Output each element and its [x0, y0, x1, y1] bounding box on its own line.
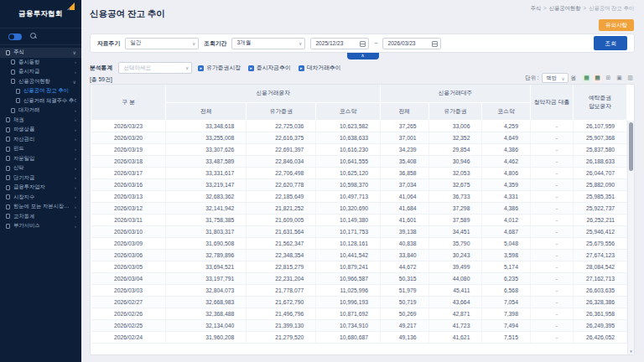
search-icon[interactable]: [30, 33, 38, 40]
table-row: 2026/03/0433,197,79122,231,20410,966,587…: [91, 272, 627, 284]
row-date-cell: 2026/02/25: [91, 319, 166, 331]
sidebar-menu: 주식∨증시동향›증시자금›신용공여현황∨신용공여 잔고 추이신용거래 체결주수 …: [0, 45, 81, 231]
row-value-cell: 30,243: [428, 249, 482, 261]
table-row: 2026/03/1633,219,14722,620,77810,598,370…: [91, 178, 627, 190]
row-value-cell: 21,496,796: [247, 308, 316, 319]
breadcrumb-item[interactable]: 주식: [530, 5, 541, 13]
sidebar-toggle[interactable]: [8, 34, 22, 40]
row-value-cell: 10,149,380: [316, 214, 381, 225]
sidebar-item[interactable]: 신용공여 잔고 추이: [0, 86, 81, 96]
row-value-cell: 36,858: [381, 167, 429, 178]
row-value-cell: 5,174: [482, 261, 531, 272]
row-value-cell: 25,837,580: [574, 143, 627, 155]
row-value-cell: 32,789,896: [166, 249, 247, 261]
row-value-cell: 31,758,385: [166, 214, 247, 225]
row-value-cell: 49,136: [381, 331, 429, 343]
sidebar-item-label: 자문일임: [13, 155, 34, 163]
sidebar-item[interactable]: 자문일임›: [0, 154, 81, 164]
column-view-icon[interactable]: ▥: [626, 74, 635, 83]
period-select[interactable]: 일간: [125, 38, 199, 49]
range-select[interactable]: 3개월: [231, 38, 305, 49]
logo[interactable]: 금융투자협회: [0, 0, 81, 28]
document-icon: [6, 214, 10, 219]
row-value-cell: -: [530, 249, 573, 261]
table-row: 2026/03/0632,789,89622,348,35410,441,542…: [91, 249, 627, 261]
sidebar-item-label: 교차통계: [13, 213, 34, 220]
calendar-icon[interactable]: [360, 41, 366, 47]
row-value-cell: -: [530, 308, 573, 319]
row-value-cell: -: [530, 178, 573, 190]
chevron-right-icon: ›: [75, 166, 76, 171]
row-date-cell: 2026/03/12: [91, 202, 166, 214]
row-value-cell: 32,352: [428, 132, 482, 143]
date-to-input[interactable]: 2026/03/23: [382, 38, 441, 49]
quick-link[interactable]: ▸대차거래추이: [299, 64, 341, 72]
row-value-cell: 5,048: [482, 237, 531, 249]
page-title: 신용공여 잔고 추이: [90, 8, 165, 20]
logo-arrow-icon: [67, 3, 75, 10]
sidebar-item[interactable]: 주식∨: [0, 48, 81, 58]
date-range-separator: ~: [374, 40, 377, 46]
row-value-cell: -: [530, 120, 573, 132]
row-value-cell: 10,598,370: [316, 178, 381, 190]
notice-button[interactable]: 유의사항: [599, 19, 634, 31]
row-value-cell: 37,001: [381, 132, 429, 143]
scrollbar-thumb[interactable]: [629, 122, 633, 171]
sidebar-item[interactable]: 한눈에 보는 자본시장…›: [0, 202, 81, 212]
excel-save-icon[interactable]: ▦: [593, 74, 602, 83]
shortcut-icon: ▸: [248, 65, 254, 71]
sidebar-item[interactable]: 자산관리›: [0, 135, 81, 145]
sidebar-item[interactable]: 신용거래 체결주수 추이: [0, 96, 81, 106]
sidebar-item[interactable]: 파생상품›: [0, 125, 81, 135]
sidebar-item[interactable]: 대차거래›: [0, 106, 81, 116]
sidebar-item[interactable]: 금융투자업자›: [0, 183, 81, 193]
sidebar-item[interactable]: 시장지수›: [0, 193, 81, 203]
row-value-cell: 4,687: [482, 225, 531, 237]
row-value-cell: 10,497,713: [316, 190, 381, 202]
row-value-cell: 26,107,959: [574, 120, 627, 132]
row-date-cell: 2026/02/24: [91, 331, 166, 343]
sidebar-item[interactable]: 신탁›: [0, 163, 81, 173]
row-value-cell: 43,664: [428, 296, 482, 308]
row-value-cell: 33,219,147: [166, 178, 247, 190]
sidebar-item[interactable]: 교차통계›: [0, 212, 81, 222]
search-button[interactable]: 조회: [594, 36, 627, 50]
sidebar-item[interactable]: 증시동향›: [0, 58, 81, 68]
breadcrumb-item[interactable]: 신용공여현황: [549, 5, 581, 13]
row-value-cell: 7,398: [482, 308, 531, 319]
breadcrumb-item[interactable]: 신용공여 잔고 추이: [589, 5, 634, 13]
sidebar-item[interactable]: 부가서비스›: [0, 221, 81, 231]
row-date-cell: 2026/03/17: [91, 167, 166, 178]
row-value-cell: 10,966,587: [316, 272, 381, 284]
row-value-cell: 44,080: [428, 272, 482, 284]
sidebar-item-label: 채권: [13, 116, 24, 124]
sidebar-item[interactable]: 단기자금›: [0, 173, 81, 184]
quick-link[interactable]: ▸증시자금추이: [248, 64, 291, 72]
quick-link[interactable]: ▸유가증권시장: [198, 64, 241, 72]
sidebar-item[interactable]: 증시자금›: [0, 67, 81, 77]
row-value-cell: 3,598: [482, 249, 531, 261]
calendar-icon[interactable]: [432, 41, 438, 47]
shortcut-icon: ▸: [198, 65, 204, 71]
document-icon: [6, 224, 10, 229]
excel-download-icon[interactable]: ▦: [582, 74, 591, 83]
report-view-icon[interactable]: ▣: [615, 74, 624, 83]
row-value-cell: 26,188,633: [574, 155, 627, 167]
scrollbar-down-arrow[interactable]: ▾: [628, 349, 634, 354]
row-value-cell: 22,231,204: [247, 272, 316, 284]
sidebar-item[interactable]: 펀드›: [0, 144, 81, 154]
sidebar-item[interactable]: 신용공여현황∨: [0, 77, 81, 87]
sidebar-item[interactable]: 채권›: [0, 116, 81, 126]
unit-select[interactable]: 백만: [542, 73, 569, 83]
row-value-cell: 6,568: [482, 284, 531, 296]
date-from-input[interactable]: 2025/12/23: [310, 38, 369, 49]
collapse-panel-button[interactable]: ∧: [347, 53, 379, 59]
grid-view-icon[interactable]: ⊞: [604, 74, 613, 83]
col-header-kosdaq: 코스닥: [482, 102, 531, 120]
row-value-cell: 40,838: [381, 237, 429, 249]
row-value-cell: 4,012: [482, 214, 531, 225]
col-header-kospi: 유가증권: [247, 102, 316, 120]
row-date-cell: 2026/03/05: [91, 261, 166, 272]
analysis-select[interactable]: 선택하세요: [118, 62, 192, 74]
table-scrollbar[interactable]: ▾: [627, 121, 634, 354]
